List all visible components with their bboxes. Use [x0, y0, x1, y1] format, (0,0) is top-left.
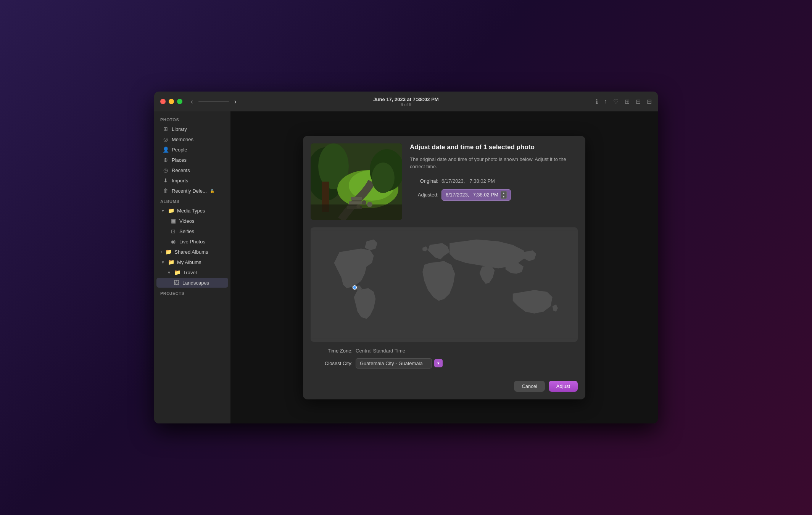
maximize-button[interactable]: [177, 99, 182, 104]
sidebar-item-videos[interactable]: ▣ Videos: [156, 216, 228, 226]
window-subtitle: 9 of 9: [373, 102, 438, 107]
sidebar-item-live-photos[interactable]: ◉ Live Photos: [156, 237, 228, 246]
shared-albums-icon: 📁: [165, 249, 171, 255]
recents-icon: ◷: [163, 167, 169, 173]
info-icon[interactable]: ℹ: [596, 98, 598, 105]
sidebar-item-label: Imports: [172, 178, 188, 183]
sidebar-item-label: Selfies: [179, 229, 194, 234]
edit-icon[interactable]: ⊟: [647, 98, 652, 105]
timezone-row: Time Zone: Central Standard Time: [311, 348, 578, 354]
svg-point-16: [353, 285, 356, 289]
timezone-value: Central Standard Time: [356, 348, 405, 354]
lock-icon: 🔒: [210, 189, 214, 193]
adjusted-label: Adjusted:: [410, 192, 438, 198]
nav-slider[interactable]: [198, 101, 229, 102]
svg-point-13: [356, 204, 360, 208]
chevron-down-icon: ▼: [161, 260, 165, 264]
sidebar-item-recently-deleted[interactable]: 🗑 Recently Dele... 🔒: [156, 186, 228, 196]
landscapes-icon: 🖼: [173, 280, 179, 286]
original-field-row: Original: 6/17/2023, 7:38:02 PM: [410, 178, 578, 184]
traffic-lights: [160, 99, 182, 104]
sidebar-item-label: Live Photos: [179, 239, 205, 245]
modal-bottom: Time Zone: Central Standard Time Closest…: [303, 348, 585, 381]
stepper-down-button[interactable]: ▼: [501, 195, 507, 199]
sidebar-item-media-types[interactable]: ▼ 📁 Media Types: [156, 206, 228, 216]
sidebar-item-imports[interactable]: ⬇ Imports: [156, 175, 228, 185]
travel-folder-icon: 📁: [174, 269, 180, 275]
svg-point-14: [367, 202, 372, 207]
sidebar-item-shared-albums[interactable]: › 📁 Shared Albums: [156, 247, 228, 257]
svg-rect-11: [311, 204, 402, 220]
adjust-datetime-modal: Adjust date and time of 1 selected photo…: [303, 136, 585, 399]
sidebar-item-label: Videos: [179, 218, 195, 224]
sidebar-item-label: Recents: [172, 167, 190, 173]
modal-title: Adjust date and time of 1 selected photo: [410, 143, 578, 151]
sidebar-item-label: Recently Dele...: [172, 188, 207, 194]
svg-rect-7: [349, 201, 362, 204]
imports-icon: ⬇: [163, 177, 169, 183]
content-area: Adjust date and time of 1 selected photo…: [230, 111, 658, 423]
sidebar-item-places[interactable]: ⊕ Places: [156, 155, 228, 165]
sidebar-item-label: Library: [172, 126, 187, 132]
people-icon: 👤: [163, 146, 169, 153]
sidebar-item-landscapes[interactable]: 🖼 Landscapes: [156, 278, 228, 288]
modal-top: Adjust date and time of 1 selected photo…: [303, 136, 585, 227]
library-icon: ⊞: [163, 126, 169, 132]
sidebar-item-label: My Albums: [177, 259, 201, 265]
adjusted-date-value: 6/17/2023,: [446, 192, 469, 198]
sidebar-item-people[interactable]: 👤 People: [156, 145, 228, 154]
sidebar-item-label: Shared Albums: [174, 249, 208, 255]
back-arrow[interactable]: ‹: [188, 97, 195, 106]
sidebar-item-recents[interactable]: ◷ Recents: [156, 165, 228, 175]
sidebar-item-my-albums[interactable]: ▼ 📁 My Albums: [156, 257, 228, 267]
adjusted-time-value: 7:38:02 PM: [473, 192, 498, 198]
svg-point-12: [362, 200, 366, 205]
stepper-up-button[interactable]: ▲: [501, 191, 507, 195]
city-dropdown[interactable]: Guatemala City - Guatemala ▾: [356, 358, 443, 369]
window-title: June 17, 2023 at 7:38:02 PM: [373, 97, 438, 102]
crop-icon[interactable]: ⊟: [636, 98, 641, 105]
title-actions: ℹ ↑ ♡ ⊞ ⊟ ⊟: [596, 98, 652, 105]
sidebar-item-library[interactable]: ⊞ Library: [156, 124, 228, 134]
close-button[interactable]: [160, 99, 166, 104]
trash-icon: 🗑: [163, 188, 169, 194]
share-icon[interactable]: ↑: [604, 98, 607, 105]
datetime-stepper[interactable]: ▲ ▼: [501, 191, 507, 199]
videos-icon: ▣: [170, 218, 176, 224]
chevron-down-icon: ▼: [161, 209, 165, 213]
minimize-button[interactable]: [169, 99, 174, 104]
add-to-album-icon[interactable]: ⊞: [625, 98, 630, 105]
places-icon: ⊕: [163, 157, 169, 163]
memories-icon: ◎: [163, 136, 169, 142]
timezone-label: Time Zone:: [311, 348, 353, 354]
modal-buttons: Cancel Adjust: [303, 381, 585, 399]
sidebar-item-travel[interactable]: ▼ 📁 Travel: [156, 267, 228, 277]
original-time: 7:38:02 PM: [469, 178, 495, 184]
selfies-icon: ⊡: [170, 228, 176, 234]
sidebar-item-label: Travel: [183, 270, 197, 275]
city-value: Guatemala City - Guatemala: [360, 360, 423, 366]
sidebar-item-label: Places: [172, 157, 187, 163]
sidebar-item-label: Landscapes: [182, 280, 209, 286]
sidebar-item-memories[interactable]: ◎ Memories: [156, 134, 228, 144]
cancel-button[interactable]: Cancel: [514, 381, 545, 392]
modal-info: Adjust date and time of 1 selected photo…: [410, 143, 578, 220]
chevron-down-icon: ▼: [167, 270, 171, 275]
projects-section-header: Projects: [154, 288, 230, 297]
city-row: Closest City: Guatemala City - Guatemala…: [311, 358, 578, 369]
my-albums-icon: 📁: [168, 259, 174, 265]
forward-arrow[interactable]: ›: [232, 97, 239, 106]
adjusted-field-row: Adjusted: 6/17/2023, 7:38:02 PM ▲ ▼: [410, 189, 578, 201]
adjust-button[interactable]: Adjust: [549, 381, 578, 392]
city-label: Closest City:: [311, 360, 353, 366]
city-chevron-icon[interactable]: ▾: [434, 359, 443, 367]
photos-section-header: Photos: [154, 114, 230, 124]
adjusted-datetime-input[interactable]: 6/17/2023, 7:38:02 PM ▲ ▼: [441, 189, 511, 201]
city-select[interactable]: Guatemala City - Guatemala: [356, 358, 432, 369]
sidebar-item-label: People: [172, 147, 187, 153]
title-center: June 17, 2023 at 7:38:02 PM 9 of 9: [373, 97, 438, 107]
heart-icon[interactable]: ♡: [613, 98, 619, 105]
live-photos-icon: ◉: [170, 238, 176, 245]
original-date: 6/17/2023,: [441, 178, 465, 184]
sidebar-item-selfies[interactable]: ⊡ Selfies: [156, 226, 228, 236]
